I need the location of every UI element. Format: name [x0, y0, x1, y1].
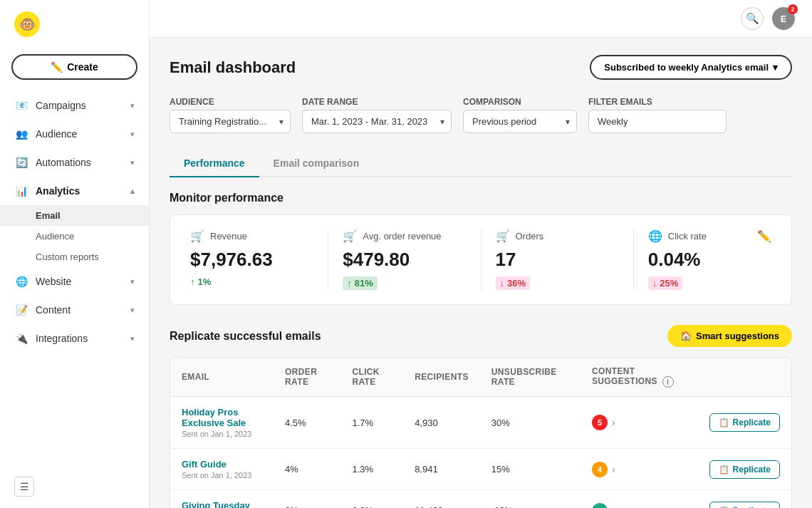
smart-suggestions-button[interactable]: 🏠 Smart suggestions [667, 325, 792, 347]
sidebar: 🐵 ✏️ Create 📧 Campaigns ▾ 👥 Audience ▾ 🔄… [0, 0, 150, 508]
click-rate-change: 25% [648, 276, 771, 290]
replicate-icon-1: 📋 [719, 418, 729, 427]
avg-order-icon: 🛒 [343, 229, 357, 243]
sidebar-item-email[interactable]: Email [0, 205, 149, 226]
chevron-right-icon[interactable]: › [612, 505, 615, 509]
chevron-right-icon[interactable]: › [612, 417, 615, 428]
filter-emails-input[interactable] [588, 110, 727, 133]
unsubscribe-3: -10% [480, 490, 581, 509]
replicate-button-2[interactable]: 📋 Replicate [709, 460, 780, 479]
metric-revenue: 🛒 Revenue $7,976.63 1% [190, 229, 328, 290]
order-rate-3: 2% [274, 490, 340, 509]
main-nav: 📧 Campaigns ▾ 👥 Audience ▾ 🔄 Automations… [0, 91, 149, 353]
tab-performance[interactable]: Performance [170, 150, 259, 177]
col-click-rate: Click rate [340, 358, 403, 397]
email-cell-1: Holiday Pros Exclusive Sale Sent on Jan … [170, 397, 274, 449]
sidebar-item-analytics[interactable]: 📊 Analytics ▴ [0, 177, 149, 205]
sidebar-item-custom-reports[interactable]: Custom reports [0, 247, 149, 267]
replicate-cell-1: 📋 Replicate [698, 397, 791, 449]
date-range-select[interactable]: Mar. 1, 2023 - Mar. 31, 2023 [302, 110, 452, 133]
pencil-icon: ✏️ [51, 61, 63, 73]
automations-icon: 🔄 [14, 155, 28, 170]
col-order-rate: Order rate [274, 358, 340, 397]
sidebar-toggle-button[interactable]: ☰ [14, 477, 34, 497]
chevron-right-icon[interactable]: › [612, 464, 615, 475]
email-date-1: Sent on Jan 1, 2023 [182, 430, 262, 438]
suggestions-content-3: 0 › [592, 503, 687, 509]
replicate-cell-3: 📋 Replicate [698, 490, 791, 509]
click-rate-1: 1.7% [340, 397, 403, 449]
table-header-row: Email Order rate Click rate Recipients U [170, 358, 791, 397]
search-button[interactable]: 🔍 [741, 7, 764, 30]
avg-order-change-value: 81% [355, 278, 373, 289]
email-name-3[interactable]: Giving Tuesday [182, 500, 262, 508]
create-label: Create [67, 61, 98, 73]
orders-change-value: 36% [507, 278, 526, 289]
filter-emails-filter: Filter emails [588, 97, 727, 133]
replicate-button-3[interactable]: 📋 Replicate [709, 502, 780, 509]
monitor-section-title: Monitor performance [170, 192, 792, 204]
replicate-table: Email Order rate Click rate Recipients U [170, 358, 791, 508]
replicate-button-1[interactable]: 📋 Replicate [709, 413, 780, 432]
chevron-up-icon: ▴ [130, 187, 135, 196]
click-rate-2: 1.3% [340, 449, 403, 490]
table-row: Gift Guide Sent on Jan 1, 2023 4% 1.3% 8… [170, 449, 791, 490]
col-email: Email [170, 358, 274, 397]
suggestion-badge-3: 0 [592, 503, 608, 509]
email-cell-3: Giving Tuesday Sent on Jan 1, 2023 [170, 490, 274, 509]
email-table: Email Order rate Click rate Recipients U [170, 357, 792, 508]
page-content: Email dashboard Subscribed to weekly Ana… [150, 38, 812, 508]
metric-avg-order-header: 🛒 Avg. order revenue [343, 229, 466, 243]
sidebar-item-automations[interactable]: 🔄 Automations ▾ [0, 148, 149, 177]
avg-order-change: 81% [343, 276, 466, 290]
subscribe-button[interactable]: Subscribed to weekly Analytics email ▾ [590, 55, 792, 80]
click-rate-change-value: 25% [660, 278, 678, 289]
sidebar-item-website[interactable]: 🌐 Website ▾ [0, 267, 149, 296]
avatar[interactable]: E 2 [772, 7, 795, 30]
down-arrow-icon [500, 278, 505, 289]
info-icon[interactable]: i [662, 376, 674, 388]
click-rate-label: Click rate [668, 231, 707, 242]
avg-order-change-badge: 81% [343, 276, 378, 290]
logo: 🐵 [0, 0, 149, 48]
audience-icon: 👥 [14, 127, 28, 141]
email-name-1[interactable]: Holiday Pros Exclusive Sale [182, 407, 262, 428]
sidebar-item-content[interactable]: 📝 Content ▾ [0, 296, 149, 324]
avatar-label: E [781, 14, 787, 24]
email-date-2: Sent on Jan 1, 2023 [182, 471, 262, 480]
content-label: Content [36, 304, 71, 316]
integrations-label: Integrations [36, 333, 88, 344]
topbar: 🔍 E 2 [150, 0, 812, 38]
chevron-down-icon: ▾ [130, 277, 135, 286]
recipients-1: 4,930 [403, 397, 480, 449]
sidebar-item-audience-sub[interactable]: Audience [0, 226, 149, 247]
down-arrow-icon [652, 278, 657, 289]
metric-revenue-header: 🛒 Revenue [190, 229, 313, 243]
audience-sub-label: Audience [36, 231, 74, 242]
sidebar-item-integrations[interactable]: 🔌 Integrations ▾ [0, 324, 149, 353]
replicate-section-header: Replicate successful emails 🏠 Smart sugg… [170, 325, 792, 347]
email-name-2[interactable]: Gift Guide [182, 459, 262, 470]
orders-change: 36% [496, 276, 619, 290]
orders-label: Orders [516, 231, 544, 242]
chevron-down-icon: ▾ [130, 306, 135, 315]
tab-email-comparison[interactable]: Email comparison [259, 150, 374, 177]
comparison-select[interactable]: Previous period [463, 110, 577, 133]
metric-orders-header: 🛒 Orders [496, 229, 619, 243]
campaigns-label: Campaigns [36, 100, 86, 111]
orders-change-badge: 36% [496, 276, 531, 290]
audience-select[interactable]: Training Registratio... [170, 110, 291, 133]
table-row: Holiday Pros Exclusive Sale Sent on Jan … [170, 397, 791, 449]
suggestions-cell-1: 5 › [581, 397, 698, 449]
create-button[interactable]: ✏️ Create [11, 54, 137, 80]
filters-row: Audience Training Registratio... Date ra… [170, 97, 792, 133]
unsubscribe-2: 15% [480, 449, 581, 490]
suggestions-content-1: 5 › [592, 415, 687, 430]
sidebar-item-campaigns[interactable]: 📧 Campaigns ▾ [0, 91, 149, 120]
page-header: Email dashboard Subscribed to weekly Ana… [170, 55, 792, 80]
metric-click-rate-header: 🌐 Click rate ✏️ [648, 229, 771, 243]
edit-icon[interactable]: ✏️ [757, 229, 771, 243]
analytics-label: Analytics [36, 185, 80, 197]
sidebar-item-audience[interactable]: 👥 Audience ▾ [0, 120, 149, 148]
chevron-down-icon: ▾ [130, 101, 135, 110]
